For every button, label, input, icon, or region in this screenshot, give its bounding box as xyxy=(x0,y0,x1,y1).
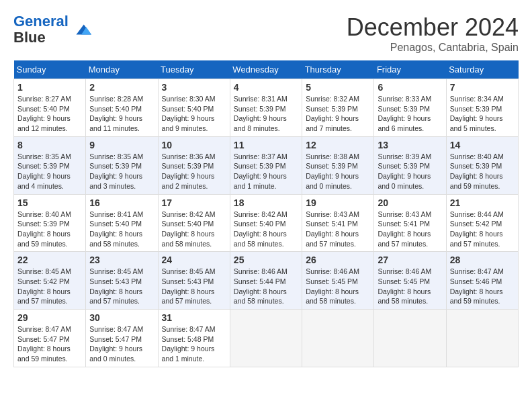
page-header: GeneralBlue December 2024 Penagos, Canta… xyxy=(13,13,519,54)
day-info: Sunrise: 8:43 AM Sunset: 5:41 PM Dayligh… xyxy=(306,210,370,249)
day-number: 1 xyxy=(17,82,82,93)
day-info: Sunrise: 8:42 AM Sunset: 5:40 PM Dayligh… xyxy=(162,210,226,249)
day-number: 20 xyxy=(378,197,442,208)
logo-icon xyxy=(71,19,91,40)
day-info: Sunrise: 8:43 AM Sunset: 5:41 PM Dayligh… xyxy=(378,210,442,249)
calendar-day-cell: 3 Sunrise: 8:30 AM Sunset: 5:40 PM Dayli… xyxy=(158,79,230,137)
day-number: 23 xyxy=(89,255,154,265)
day-number: 17 xyxy=(162,197,226,208)
day-info: Sunrise: 8:41 AM Sunset: 5:40 PM Dayligh… xyxy=(89,210,154,249)
calendar-day-cell: 28 Sunrise: 8:47 AM Sunset: 5:46 PM Dayl… xyxy=(446,252,518,310)
day-info: Sunrise: 8:45 AM Sunset: 5:42 PM Dayligh… xyxy=(17,267,82,306)
day-number: 27 xyxy=(378,255,442,265)
day-number: 24 xyxy=(162,255,226,265)
day-number: 4 xyxy=(234,82,298,93)
day-info: Sunrise: 8:45 AM Sunset: 5:43 PM Dayligh… xyxy=(89,267,154,306)
day-info: Sunrise: 8:34 AM Sunset: 5:39 PM Dayligh… xyxy=(450,94,515,134)
day-number: 22 xyxy=(17,255,82,265)
day-info: Sunrise: 8:47 AM Sunset: 5:47 PM Dayligh… xyxy=(17,324,82,364)
weekday-header-sunday: Sunday xyxy=(14,60,86,79)
calendar-day-cell xyxy=(230,310,302,367)
calendar-day-cell: 29 Sunrise: 8:47 AM Sunset: 5:47 PM Dayl… xyxy=(14,310,86,367)
weekday-header-tuesday: Tuesday xyxy=(158,60,230,79)
day-info: Sunrise: 8:42 AM Sunset: 5:40 PM Dayligh… xyxy=(234,210,298,249)
calendar-table: SundayMondayTuesdayWednesdayThursdayFrid… xyxy=(13,60,519,367)
day-info: Sunrise: 8:47 AM Sunset: 5:46 PM Dayligh… xyxy=(450,267,515,306)
day-number: 13 xyxy=(378,140,442,150)
calendar-week-row: 8 Sunrise: 8:35 AM Sunset: 5:39 PM Dayli… xyxy=(14,136,519,194)
calendar-day-cell xyxy=(374,310,446,367)
day-number: 28 xyxy=(450,255,515,265)
calendar-day-cell: 7 Sunrise: 8:34 AM Sunset: 5:39 PM Dayli… xyxy=(446,79,518,137)
day-number: 12 xyxy=(306,140,370,150)
day-number: 9 xyxy=(89,140,154,150)
day-number: 2 xyxy=(89,82,154,93)
weekday-header-saturday: Saturday xyxy=(446,60,518,79)
calendar-week-row: 1 Sunrise: 8:27 AM Sunset: 5:40 PM Dayli… xyxy=(14,79,519,137)
day-info: Sunrise: 8:46 AM Sunset: 5:45 PM Dayligh… xyxy=(378,267,442,306)
logo: GeneralBlue xyxy=(13,13,91,46)
day-info: Sunrise: 8:35 AM Sunset: 5:39 PM Dayligh… xyxy=(89,152,154,191)
calendar-week-row: 29 Sunrise: 8:47 AM Sunset: 5:47 PM Dayl… xyxy=(14,310,519,367)
day-info: Sunrise: 8:46 AM Sunset: 5:44 PM Dayligh… xyxy=(234,267,298,306)
day-info: Sunrise: 8:38 AM Sunset: 5:39 PM Dayligh… xyxy=(306,152,370,191)
month-title: December 2024 xyxy=(347,13,519,42)
calendar-day-cell: 19 Sunrise: 8:43 AM Sunset: 5:41 PM Dayl… xyxy=(302,194,374,252)
day-number: 30 xyxy=(89,312,154,323)
logo-text: GeneralBlue xyxy=(13,13,69,46)
calendar-day-cell: 30 Sunrise: 8:47 AM Sunset: 5:47 PM Dayl… xyxy=(86,310,158,367)
day-info: Sunrise: 8:36 AM Sunset: 5:39 PM Dayligh… xyxy=(162,152,226,191)
day-number: 31 xyxy=(162,312,226,323)
day-number: 29 xyxy=(17,312,82,323)
calendar-day-cell: 27 Sunrise: 8:46 AM Sunset: 5:45 PM Dayl… xyxy=(374,252,446,310)
calendar-day-cell: 18 Sunrise: 8:42 AM Sunset: 5:40 PM Dayl… xyxy=(230,194,302,252)
calendar-day-cell: 22 Sunrise: 8:45 AM Sunset: 5:42 PM Dayl… xyxy=(14,252,86,310)
day-number: 6 xyxy=(378,82,442,93)
day-info: Sunrise: 8:30 AM Sunset: 5:40 PM Dayligh… xyxy=(162,94,226,134)
day-number: 3 xyxy=(162,82,226,93)
calendar-week-row: 15 Sunrise: 8:40 AM Sunset: 5:39 PM Dayl… xyxy=(14,194,519,252)
calendar-day-cell: 25 Sunrise: 8:46 AM Sunset: 5:44 PM Dayl… xyxy=(230,252,302,310)
title-block: December 2024 Penagos, Cantabria, Spain xyxy=(347,13,519,54)
calendar-day-cell: 5 Sunrise: 8:32 AM Sunset: 5:39 PM Dayli… xyxy=(302,79,374,137)
calendar-day-cell: 15 Sunrise: 8:40 AM Sunset: 5:39 PM Dayl… xyxy=(14,194,86,252)
day-info: Sunrise: 8:40 AM Sunset: 5:39 PM Dayligh… xyxy=(17,210,82,249)
calendar-day-cell: 24 Sunrise: 8:45 AM Sunset: 5:43 PM Dayl… xyxy=(158,252,230,310)
calendar-week-row: 22 Sunrise: 8:45 AM Sunset: 5:42 PM Dayl… xyxy=(14,252,519,310)
calendar-day-cell: 23 Sunrise: 8:45 AM Sunset: 5:43 PM Dayl… xyxy=(86,252,158,310)
calendar-day-cell: 17 Sunrise: 8:42 AM Sunset: 5:40 PM Dayl… xyxy=(158,194,230,252)
calendar-day-cell: 21 Sunrise: 8:44 AM Sunset: 5:42 PM Dayl… xyxy=(446,194,518,252)
day-number: 14 xyxy=(450,140,515,150)
day-number: 21 xyxy=(450,197,515,208)
day-number: 7 xyxy=(450,82,515,93)
weekday-header-thursday: Thursday xyxy=(302,60,374,79)
calendar-day-cell: 12 Sunrise: 8:38 AM Sunset: 5:39 PM Dayl… xyxy=(302,136,374,194)
weekday-header-wednesday: Wednesday xyxy=(230,60,302,79)
calendar-day-cell: 14 Sunrise: 8:40 AM Sunset: 5:39 PM Dayl… xyxy=(446,136,518,194)
day-number: 26 xyxy=(306,255,370,265)
day-info: Sunrise: 8:33 AM Sunset: 5:39 PM Dayligh… xyxy=(378,94,442,134)
weekday-header-friday: Friday xyxy=(374,60,446,79)
weekday-header-row: SundayMondayTuesdayWednesdayThursdayFrid… xyxy=(14,60,519,79)
location: Penagos, Cantabria, Spain xyxy=(347,42,519,54)
calendar-day-cell: 1 Sunrise: 8:27 AM Sunset: 5:40 PM Dayli… xyxy=(14,79,86,137)
calendar-day-cell: 11 Sunrise: 8:37 AM Sunset: 5:39 PM Dayl… xyxy=(230,136,302,194)
day-info: Sunrise: 8:44 AM Sunset: 5:42 PM Dayligh… xyxy=(450,210,515,249)
calendar-day-cell: 9 Sunrise: 8:35 AM Sunset: 5:39 PM Dayli… xyxy=(86,136,158,194)
day-number: 11 xyxy=(234,140,298,150)
day-number: 19 xyxy=(306,197,370,208)
day-info: Sunrise: 8:47 AM Sunset: 5:47 PM Dayligh… xyxy=(89,324,154,364)
calendar-day-cell: 20 Sunrise: 8:43 AM Sunset: 5:41 PM Dayl… xyxy=(374,194,446,252)
calendar-day-cell xyxy=(446,310,518,367)
day-info: Sunrise: 8:39 AM Sunset: 5:39 PM Dayligh… xyxy=(378,152,442,191)
calendar-day-cell: 16 Sunrise: 8:41 AM Sunset: 5:40 PM Dayl… xyxy=(86,194,158,252)
day-number: 8 xyxy=(17,140,82,150)
calendar-day-cell: 8 Sunrise: 8:35 AM Sunset: 5:39 PM Dayli… xyxy=(14,136,86,194)
calendar-day-cell: 13 Sunrise: 8:39 AM Sunset: 5:39 PM Dayl… xyxy=(374,136,446,194)
calendar-day-cell: 31 Sunrise: 8:47 AM Sunset: 5:48 PM Dayl… xyxy=(158,310,230,367)
day-info: Sunrise: 8:47 AM Sunset: 5:48 PM Dayligh… xyxy=(162,324,226,364)
calendar-day-cell: 6 Sunrise: 8:33 AM Sunset: 5:39 PM Dayli… xyxy=(374,79,446,137)
day-info: Sunrise: 8:45 AM Sunset: 5:43 PM Dayligh… xyxy=(162,267,226,306)
day-info: Sunrise: 8:27 AM Sunset: 5:40 PM Dayligh… xyxy=(17,94,82,134)
day-info: Sunrise: 8:46 AM Sunset: 5:45 PM Dayligh… xyxy=(306,267,370,306)
